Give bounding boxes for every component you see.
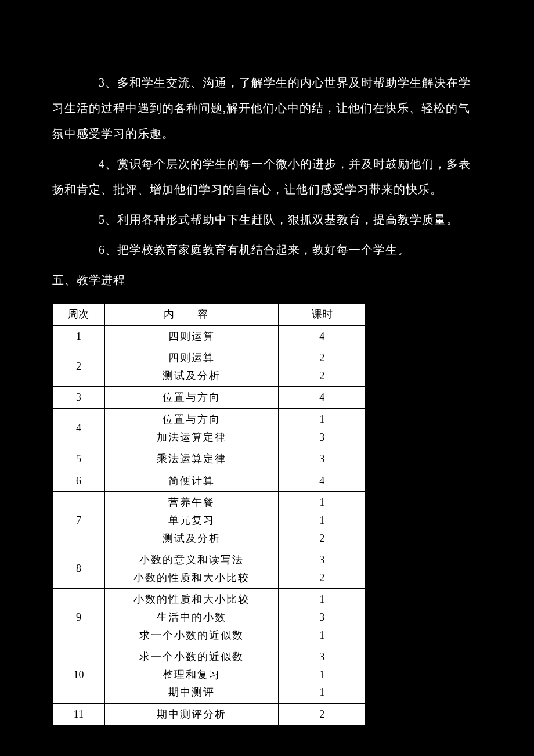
cell-content: 四则运算 测试及分析 [104, 347, 278, 387]
cell-hours: 1 3 1 [279, 589, 366, 646]
cell-week: 4 [53, 408, 105, 448]
section-title: 五、教学进程 [52, 267, 482, 293]
cell-content: 简便计算 [104, 470, 278, 492]
cell-week: 10 [53, 646, 105, 704]
cell-week: 9 [53, 589, 105, 646]
cell-hours: 3 [279, 448, 366, 470]
cell-hours: 2 [279, 703, 366, 725]
cell-week: 7 [53, 492, 105, 549]
document-page: 3、多和学生交流、沟通，了解学生的内心世界及时帮助学生解决在学习生活的过程中遇到… [0, 0, 534, 748]
cell-hours: 3 1 1 [279, 646, 366, 704]
table-row: 10 求一个小数的近似数 整理和复习 期中测评 3 1 1 [53, 646, 366, 704]
table-row: 3 位置与方向 4 [53, 387, 366, 409]
cell-week: 8 [53, 549, 105, 589]
cell-hours: 4 [279, 387, 366, 409]
table-row: 8 小数的意义和读写法 小数的性质和大小比较 3 2 [53, 549, 366, 589]
cell-hours: 3 2 [279, 549, 366, 589]
cell-week: 1 [53, 325, 105, 347]
cell-content: 四则运算 [104, 325, 278, 347]
cell-week: 2 [53, 347, 105, 387]
table-body: 1 四则运算 4 2 四则运算 测试及分析 2 2 3 位置与方向 4 4 位置… [53, 325, 366, 725]
cell-hours: 4 [279, 325, 366, 347]
table-row: 7 营养午餐 单元复习 测试及分析 1 1 2 [53, 492, 366, 549]
table-row: 9 小数的性质和大小比较 生活中的小数 求一个小数的近似数 1 3 1 [53, 589, 366, 646]
header-content: 内容 [104, 304, 278, 326]
cell-content: 乘法运算定律 [104, 448, 278, 470]
paragraph-3: 3、多和学生交流、沟通，了解学生的内心世界及时帮助学生解决在学习生活的过程中遇到… [52, 70, 482, 146]
cell-week: 6 [53, 470, 105, 492]
paragraph-4: 4、赏识每个层次的学生的每一个微小的进步，并及时鼓励他们，多表扬和肯定、批评、增… [52, 151, 482, 202]
cell-hours: 1 3 [279, 408, 366, 448]
table-row: 2 四则运算 测试及分析 2 2 [53, 347, 366, 387]
cell-content: 位置与方向 加法运算定律 [104, 408, 278, 448]
cell-content: 小数的性质和大小比较 生活中的小数 求一个小数的近似数 [104, 589, 278, 646]
table-row: 1 四则运算 4 [53, 325, 366, 347]
cell-hours: 2 2 [279, 347, 366, 387]
table-row: 4 位置与方向 加法运算定律 1 3 [53, 408, 366, 448]
table-row: 6 简便计算 4 [53, 470, 366, 492]
table-row: 11 期中测评分析 2 [53, 703, 366, 725]
cell-hours: 4 [279, 470, 366, 492]
cell-content: 位置与方向 [104, 387, 278, 409]
paragraph-6: 6、把学校教育家庭教育有机结合起来，教好每一个学生。 [52, 237, 482, 262]
cell-week: 3 [53, 387, 105, 409]
cell-content: 营养午餐 单元复习 测试及分析 [104, 492, 278, 549]
header-week: 周次 [53, 304, 105, 326]
schedule-table: 周次 内容 课时 1 四则运算 4 2 四则运算 测试及分析 2 2 3 位置与… [52, 303, 366, 725]
cell-week: 11 [53, 703, 105, 725]
cell-content: 期中测评分析 [104, 703, 278, 725]
header-hours: 课时 [279, 304, 366, 326]
cell-content: 小数的意义和读写法 小数的性质和大小比较 [104, 549, 278, 589]
table-row: 5 乘法运算定律 3 [53, 448, 366, 470]
table-header-row: 周次 内容 课时 [53, 304, 366, 326]
cell-content: 求一个小数的近似数 整理和复习 期中测评 [104, 646, 278, 704]
paragraph-5: 5、利用各种形式帮助中下生赶队，狠抓双基教育，提高教学质量。 [52, 207, 482, 232]
header-content-text: 内容 [152, 305, 231, 323]
cell-hours: 1 1 2 [279, 492, 366, 549]
cell-week: 5 [53, 448, 105, 470]
